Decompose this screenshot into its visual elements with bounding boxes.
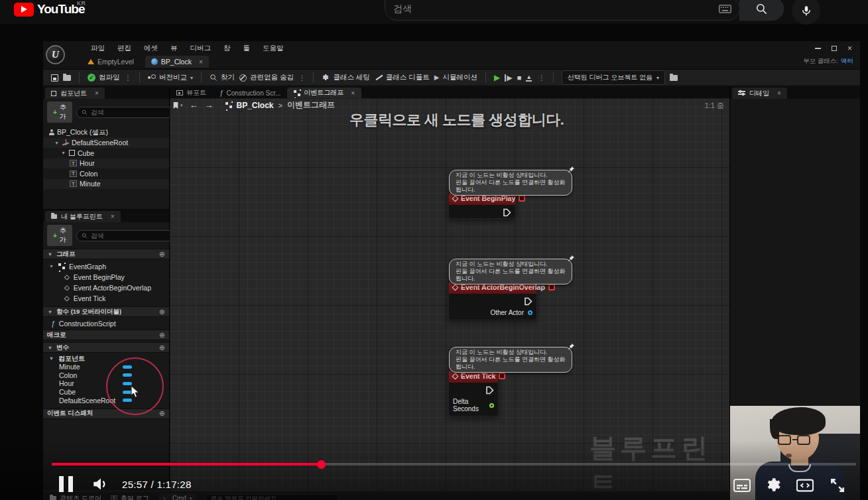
tree-row-cube[interactable]: ▾ Cube: [43, 148, 169, 158]
menu-help[interactable]: 도움말: [263, 44, 284, 53]
tab-viewport[interactable]: 뷰포트: [170, 88, 213, 98]
exec-pin-icon[interactable]: [503, 208, 511, 217]
search-button[interactable]: [739, 0, 784, 21]
add-blueprint-item-button[interactable]: + 추가: [47, 225, 72, 246]
chevron-down-icon[interactable]: ▾: [48, 263, 54, 269]
debug-object-dropdown[interactable]: 선택된 디버그 오브젝트 없음 ▾: [562, 70, 665, 85]
close-icon[interactable]: ×: [95, 90, 99, 97]
class-settings-button[interactable]: 클래스 세팅: [322, 73, 369, 82]
float-pin-icon[interactable]: [489, 403, 494, 408]
tab-event-graph[interactable]: 이벤트그래프 ×: [287, 88, 361, 98]
tab-bp-clock[interactable]: BP_Clock ×: [145, 56, 209, 68]
progress-bar-knob[interactable]: [317, 460, 326, 469]
tree-row-hour[interactable]: Hour: [43, 158, 169, 169]
my-blueprint-search-input[interactable]: [91, 232, 178, 239]
eject-button[interactable]: ▲: [526, 74, 532, 82]
hide-options-icon[interactable]: ⋮: [298, 74, 306, 82]
node-event-tick[interactable]: Event Tick Delta Seconds: [448, 369, 499, 416]
node-event-actorbeginoverlap[interactable]: Event ActorBeginOverlap Other Actor: [448, 280, 537, 320]
save-icon[interactable]: [51, 74, 58, 82]
output-log-button[interactable]: 출력 로그: [111, 494, 149, 500]
components-search[interactable]: [76, 107, 184, 118]
frame-skip-button[interactable]: ▶: [505, 74, 512, 82]
find-button[interactable]: 찾기: [210, 73, 235, 82]
play-button[interactable]: ▶: [494, 74, 500, 82]
tab-components[interactable]: 컴포넌트 ×: [45, 88, 105, 99]
browse-icon[interactable]: [63, 75, 71, 81]
forward-button[interactable]: →: [205, 100, 214, 110]
play-options-icon[interactable]: ⋮: [538, 74, 545, 82]
tree-row-minute[interactable]: Minute: [43, 179, 169, 190]
close-icon[interactable]: ×: [777, 90, 781, 97]
menu-window[interactable]: 창: [223, 44, 231, 53]
tab-details[interactable]: 디테일 ×: [732, 88, 787, 99]
exec-pin-icon[interactable]: [525, 297, 532, 306]
simulate-button[interactable]: ▶ 시뮬레이션: [434, 73, 477, 82]
subtitles-icon[interactable]: [733, 477, 751, 494]
fullscreen-icon[interactable]: [829, 477, 846, 494]
close-icon[interactable]: ×: [351, 90, 355, 97]
miniplayer-icon[interactable]: [796, 477, 814, 494]
settings-gear-icon[interactable]: [765, 477, 782, 494]
close-icon[interactable]: ×: [847, 45, 852, 52]
add-graph-icon[interactable]: ⊕: [159, 250, 165, 259]
compile-button[interactable]: ✓ 컴파일 ⋮: [88, 73, 131, 82]
tab-emptylevel[interactable]: EmptyLevel: [82, 56, 140, 68]
back-button[interactable]: ←: [190, 100, 198, 110]
my-blueprint-search[interactable]: [76, 230, 184, 241]
add-component-button[interactable]: + 추가: [47, 101, 72, 123]
search-input[interactable]: [393, 3, 719, 14]
minimize-icon[interactable]: [815, 48, 821, 49]
tree-row-colon[interactable]: Colon: [43, 168, 169, 179]
section-functions[interactable]: ▾ 함수 (19 오버라이더블) ⊕: [43, 306, 169, 317]
add-dispatcher-icon[interactable]: ⊕: [159, 409, 165, 418]
tree-row-scene-root[interactable]: ▾ DefaultSceneRoot: [43, 138, 169, 149]
search-bar[interactable]: [385, 0, 740, 21]
section-graphs[interactable]: ▾ 그래프 ⊕: [43, 249, 169, 259]
volume-icon[interactable]: [92, 475, 110, 493]
row-event-beginplay[interactable]: ◇ Event BeginPlay: [43, 273, 169, 281]
add-variable-icon[interactable]: ⊕: [159, 344, 165, 352]
close-icon[interactable]: ×: [111, 213, 115, 220]
class-defaults-button[interactable]: 클래스 디폴트: [375, 73, 430, 82]
tree-row-self[interactable]: BP_Clock (셀프): [43, 127, 169, 138]
breadcrumb-root[interactable]: BP_Clock: [237, 101, 274, 110]
row-event-graph[interactable]: ▾ EventGraph: [43, 262, 169, 271]
section-macros[interactable]: 매크로 ⊕: [43, 330, 169, 340]
row-event-actorbeginoverlap[interactable]: ◇ Event ActorBeginOverlap: [43, 283, 169, 292]
restore-icon[interactable]: [832, 46, 837, 51]
section-variables[interactable]: ▾ 변수 ⊕: [43, 342, 169, 353]
object-pin-icon[interactable]: [528, 310, 532, 315]
chevron-down-icon[interactable]: ▾: [54, 140, 60, 146]
voice-search-button[interactable]: [792, 0, 820, 25]
event-graph-canvas[interactable]: ▾ ← → BP_Clock > 이벤트그래프 1:1 줌 우클릭으로 새 노드…: [170, 98, 729, 500]
stop-button[interactable]: ■: [517, 74, 522, 82]
add-macro-icon[interactable]: ⊕: [159, 331, 165, 340]
parent-class-link[interactable]: 액터: [841, 57, 853, 64]
youtube-logo[interactable]: YouTube: [14, 2, 84, 17]
menu-debug[interactable]: 디버그: [190, 44, 212, 53]
browse-debug-icon[interactable]: [670, 75, 678, 81]
exec-pin-icon[interactable]: [486, 386, 494, 395]
diff-button[interactable]: 버전비교 ▾: [148, 73, 193, 82]
menu-asset[interactable]: 에셋: [144, 44, 158, 53]
menu-file[interactable]: 파일: [91, 44, 105, 53]
menu-view[interactable]: 뷰: [170, 44, 178, 53]
components-search-input[interactable]: [91, 109, 178, 116]
tab-my-blueprint[interactable]: 내 블루프린트 ×: [45, 211, 121, 222]
hide-unrelated-button[interactable]: 관련없음 숨김 ⋮: [239, 73, 305, 82]
tab-construction-script[interactable]: ƒ Construction Scr...: [213, 88, 287, 98]
row-construction-script[interactable]: ƒ ConstructionScript: [43, 319, 169, 328]
add-function-icon[interactable]: ⊕: [159, 308, 165, 316]
cmd-dropdown[interactable]: >_ Cmd ▾: [158, 493, 197, 500]
compile-options-icon[interactable]: ⋮: [125, 74, 132, 82]
close-icon[interactable]: ×: [199, 58, 203, 66]
console-command-input[interactable]: [206, 494, 338, 500]
bookmark-dropdown[interactable]: ▾: [172, 101, 183, 109]
keyboard-icon[interactable]: [719, 5, 731, 13]
chevron-down-icon[interactable]: ▾: [60, 150, 66, 156]
menu-edit[interactable]: 편집: [117, 44, 131, 53]
row-event-tick[interactable]: ◇ Event Tick: [43, 294, 169, 302]
pause-button[interactable]: [59, 476, 75, 492]
content-drawer-button[interactable]: 콘텐츠 드로어: [50, 494, 101, 500]
